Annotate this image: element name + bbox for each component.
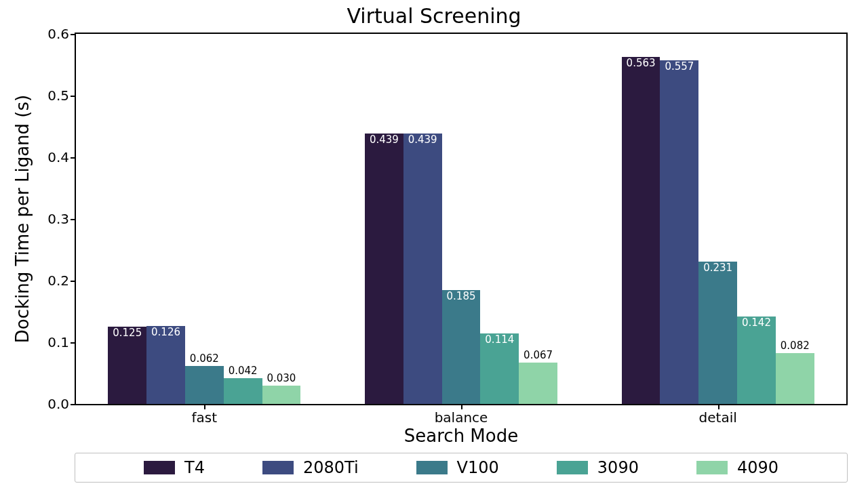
x-tick <box>204 404 205 409</box>
y-tick <box>71 404 76 405</box>
chart-title: Virtual Screening <box>0 4 868 28</box>
y-tick-label: 0.0 <box>47 396 69 412</box>
legend-swatch <box>262 461 294 474</box>
y-tick <box>71 281 76 282</box>
bar <box>185 366 224 404</box>
legend-label: 2080Ti <box>303 458 359 477</box>
bar <box>262 386 301 404</box>
y-tick-label: 0.5 <box>47 87 69 104</box>
legend-swatch <box>416 461 448 474</box>
y-tick-label: 0.1 <box>47 334 69 350</box>
y-tick <box>71 342 76 344</box>
legend-label: 4090 <box>737 458 778 477</box>
y-tick-label: 0.2 <box>47 272 69 289</box>
bar <box>365 134 403 404</box>
legend-item: 4090 <box>696 458 778 477</box>
x-axis-label: Search Mode <box>75 426 848 446</box>
y-tick <box>71 219 76 220</box>
bar <box>442 290 481 404</box>
legend-item: 2080Ti <box>262 458 359 477</box>
x-tick-label: balance <box>435 409 488 426</box>
legend-swatch <box>144 461 175 474</box>
bar <box>622 57 660 404</box>
bar-value-label: 0.082 <box>781 340 810 352</box>
bar <box>776 353 814 404</box>
bar <box>108 327 146 404</box>
y-axis-label: Docking Time per Ligand (s) <box>12 33 33 405</box>
bar <box>660 60 698 404</box>
bar <box>480 333 519 404</box>
bar-value-label: 0.062 <box>190 352 219 365</box>
bar-value-label: 0.030 <box>267 372 296 384</box>
bar <box>224 378 262 404</box>
x-tick-label: detail <box>699 409 737 426</box>
y-tick-label: 0.6 <box>47 26 69 42</box>
legend-label: 3090 <box>597 458 639 477</box>
y-tick-label: 0.4 <box>47 149 69 165</box>
bar <box>698 262 737 404</box>
legend-item: V100 <box>416 458 499 477</box>
legend-swatch <box>696 461 728 474</box>
legend-item: T4 <box>144 458 205 477</box>
chart-figure: Virtual Screening Docking Time per Ligan… <box>0 0 868 490</box>
legend-swatch <box>557 461 588 474</box>
legend: T42080TiV10030904090 <box>75 453 848 483</box>
x-tick <box>718 404 719 409</box>
legend-label: V100 <box>457 458 499 477</box>
legend-item: 3090 <box>557 458 639 477</box>
bar <box>146 326 185 404</box>
x-tick-label: fast <box>192 409 218 426</box>
bar-value-label: 0.067 <box>524 349 553 361</box>
y-tick-label: 0.3 <box>47 211 69 227</box>
x-tick <box>461 404 462 409</box>
legend-label: T4 <box>184 458 205 477</box>
y-tick <box>71 157 76 159</box>
y-tick <box>71 96 76 97</box>
bar-value-label: 0.042 <box>229 365 258 377</box>
bar <box>403 134 442 404</box>
plot-area: 0.00.10.20.30.40.50.6fastbalancedetail0.… <box>75 33 848 405</box>
bar <box>737 317 776 404</box>
y-tick <box>71 34 76 35</box>
bar <box>519 363 557 404</box>
